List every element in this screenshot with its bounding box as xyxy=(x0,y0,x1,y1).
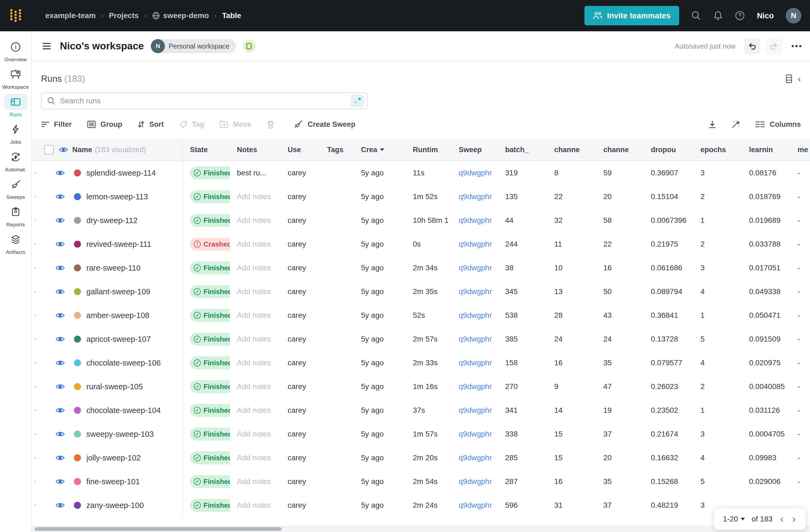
tag-button[interactable]: Tag xyxy=(179,120,204,129)
drag-handle[interactable] xyxy=(34,315,36,316)
sort-button[interactable]: Sort xyxy=(137,120,164,129)
sidebar-item-runs[interactable]: Runs xyxy=(1,94,30,118)
more-options-icon[interactable] xyxy=(792,45,801,47)
visibility-eye-icon[interactable] xyxy=(55,478,65,485)
run-name[interactable]: rare-sweep-110 xyxy=(86,263,141,273)
next-page-icon[interactable]: › xyxy=(791,514,797,524)
drag-handle[interactable] xyxy=(34,243,36,245)
drag-handle[interactable] xyxy=(34,172,36,174)
cell-notes[interactable]: Add notes xyxy=(230,430,281,438)
sweep-link[interactable]: q9dwgphr xyxy=(459,406,492,414)
sweep-link[interactable]: q9dwgphr xyxy=(459,382,492,391)
run-name[interactable]: lemon-sweep-113 xyxy=(86,192,148,201)
table-row[interactable]: fine-sweep-101 ✓Finished Add notes carey… xyxy=(32,470,810,494)
visibility-eye-icon[interactable] xyxy=(55,431,65,437)
columns-button[interactable]: Columns xyxy=(755,120,801,129)
sweep-link[interactable]: q9dwgphr xyxy=(459,240,492,248)
table-row[interactable]: apricot-sweep-107 ✓Finished Add notes ca… xyxy=(32,327,810,351)
help-icon[interactable] xyxy=(735,11,745,21)
run-name[interactable]: fine-sweep-101 xyxy=(86,477,140,486)
regex-toggle-button[interactable]: .* xyxy=(351,95,364,107)
table-row[interactable]: rural-sweep-105 ✓Finished Add notes care… xyxy=(32,375,810,399)
column-metric[interactable]: me xyxy=(791,146,810,154)
scrollbar-thumb[interactable] xyxy=(34,527,282,531)
notifications-bell-icon[interactable] xyxy=(713,11,723,21)
column-runtime[interactable]: Runtim xyxy=(406,146,452,154)
search-icon[interactable] xyxy=(691,11,701,21)
breadcrumb-projects[interactable]: Projects xyxy=(109,11,139,20)
clear-workspace-icon[interactable] xyxy=(243,40,256,53)
user-avatar[interactable]: N xyxy=(786,8,801,23)
select-all-checkbox[interactable] xyxy=(44,145,54,155)
magic-wand-icon[interactable] xyxy=(731,119,741,129)
redo-button[interactable] xyxy=(766,38,782,54)
table-row[interactable]: jolly-sweep-102 ✓Finished Add notes care… xyxy=(32,446,810,470)
table-row[interactable]: rare-sweep-110 ✓Finished Add notes carey… xyxy=(32,256,810,280)
drag-handle[interactable] xyxy=(34,362,36,364)
drag-handle[interactable] xyxy=(34,504,36,506)
visibility-eye-icon[interactable] xyxy=(55,241,65,247)
group-button[interactable]: Group xyxy=(87,120,122,129)
column-dropout[interactable]: dropou xyxy=(644,146,694,154)
table-row[interactable]: gallant-sweep-109 ✓Finished Add notes ca… xyxy=(32,280,810,304)
page-size-dropdown[interactable]: 1-20 xyxy=(723,515,745,523)
cell-notes[interactable]: best ru... xyxy=(230,168,281,177)
visibility-eye-icon[interactable] xyxy=(55,455,65,461)
cell-notes[interactable]: Add notes xyxy=(230,287,281,296)
visibility-eye-icon[interactable] xyxy=(55,383,65,390)
sweep-link[interactable]: q9dwgphr xyxy=(459,335,492,343)
run-name[interactable]: splendid-sweep-114 xyxy=(86,168,156,178)
cell-notes[interactable]: Add notes xyxy=(230,477,281,486)
user-name[interactable]: Nico xyxy=(757,11,774,20)
table-row[interactable]: zany-sweep-100 ✓Finished Add notes carey… xyxy=(32,494,810,517)
wandb-logo[interactable] xyxy=(0,9,31,23)
filter-button[interactable]: Filter xyxy=(41,120,72,129)
workspace-title[interactable]: Nico's workspace xyxy=(60,41,144,52)
sweep-link[interactable]: q9dwgphr xyxy=(459,358,492,367)
visibility-eye-icon[interactable] xyxy=(55,170,65,176)
sweep-link[interactable]: q9dwgphr xyxy=(459,453,492,462)
column-user[interactable]: Use xyxy=(281,146,320,154)
column-notes[interactable]: Notes xyxy=(230,146,281,154)
visibility-eye-icon[interactable] xyxy=(55,360,65,366)
visibility-eye-icon[interactable] xyxy=(55,407,65,414)
drag-handle[interactable] xyxy=(34,386,36,387)
sidebar-item-sweeps[interactable]: Sweeps xyxy=(1,176,30,200)
run-name[interactable]: apricot-sweep-107 xyxy=(86,335,151,344)
invite-teammates-button[interactable]: Invite teammates xyxy=(584,6,679,26)
run-name[interactable]: amber-sweep-108 xyxy=(86,311,149,320)
drag-handle[interactable] xyxy=(34,196,36,197)
breadcrumb-project[interactable]: sweep-demo xyxy=(152,11,209,20)
sweep-link[interactable]: q9dwgphr xyxy=(459,287,492,296)
header-name-cell[interactable]: Name (183 visualized) xyxy=(32,139,183,161)
sidebar-item-reports[interactable]: Reports xyxy=(1,204,30,228)
sweep-link[interactable]: q9dwgphr xyxy=(459,311,492,319)
cell-notes[interactable]: Add notes xyxy=(230,358,281,367)
table-row[interactable]: splendid-sweep-114 ✓Finished best ru... … xyxy=(32,161,810,185)
drag-handle[interactable] xyxy=(34,338,36,340)
drag-handle[interactable] xyxy=(34,481,36,482)
cell-notes[interactable]: Add notes xyxy=(230,335,281,343)
cell-notes[interactable]: Add notes xyxy=(230,216,281,225)
table-row[interactable]: revived-sweep-111 !Crashed Add notes car… xyxy=(32,232,810,256)
export-download-icon[interactable] xyxy=(708,120,717,129)
column-created[interactable]: Crea xyxy=(354,146,406,154)
run-name[interactable]: sweepy-sweep-103 xyxy=(86,430,154,439)
move-button[interactable]: Move xyxy=(220,120,252,129)
column-channels-one[interactable]: channe xyxy=(547,146,596,154)
sidebar-item-overview[interactable]: Overview xyxy=(1,39,30,63)
run-name[interactable]: revived-sweep-111 xyxy=(86,240,151,249)
run-name[interactable]: gallant-sweep-109 xyxy=(86,287,150,296)
run-name[interactable]: dry-sweep-112 xyxy=(86,216,137,225)
sweep-link[interactable]: q9dwgphr xyxy=(459,168,492,177)
cell-notes[interactable]: Add notes xyxy=(230,311,281,320)
create-sweep-button[interactable]: Create Sweep xyxy=(293,119,355,129)
run-name[interactable]: jolly-sweep-102 xyxy=(86,453,141,463)
breadcrumb-page[interactable]: Table xyxy=(222,11,241,20)
visibility-eye-icon[interactable] xyxy=(55,265,65,271)
visibility-eye-icon[interactable] xyxy=(55,193,65,200)
sweep-link[interactable]: q9dwgphr xyxy=(459,192,492,201)
drag-handle[interactable] xyxy=(34,409,36,411)
visibility-eye-icon[interactable] xyxy=(55,217,65,224)
column-batch-size[interactable]: batch_ xyxy=(498,146,547,154)
